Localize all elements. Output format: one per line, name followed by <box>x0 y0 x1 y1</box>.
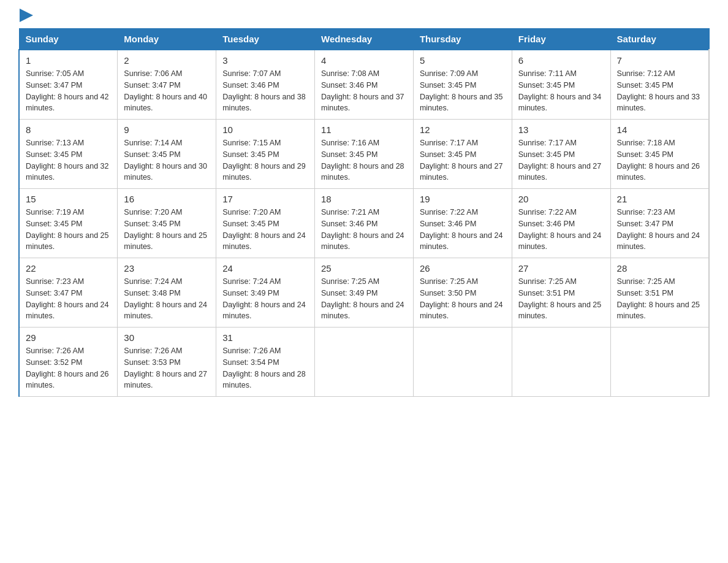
day-info: Sunrise: 7:23 AMSunset: 3:47 PMDaylight:… <box>26 277 109 320</box>
calendar-cell <box>610 327 709 397</box>
day-number: 10 <box>222 124 308 135</box>
calendar-cell: 31 Sunrise: 7:26 AMSunset: 3:54 PMDaylig… <box>216 327 315 397</box>
calendar-week-row: 29 Sunrise: 7:26 AMSunset: 3:52 PMDaylig… <box>19 327 709 397</box>
calendar-cell: 26 Sunrise: 7:25 AMSunset: 3:50 PMDaylig… <box>413 258 512 327</box>
day-info: Sunrise: 7:22 AMSunset: 3:46 PMDaylight:… <box>518 208 602 251</box>
day-number: 19 <box>420 194 506 204</box>
calendar-cell: 24 Sunrise: 7:24 AMSunset: 3:49 PMDaylig… <box>216 258 315 327</box>
calendar-cell: 23 Sunrise: 7:24 AMSunset: 3:48 PMDaylig… <box>118 258 216 327</box>
calendar-week-row: 15 Sunrise: 7:19 AMSunset: 3:45 PMDaylig… <box>19 189 709 258</box>
calendar-cell: 7 Sunrise: 7:12 AMSunset: 3:45 PMDayligh… <box>610 50 709 120</box>
calendar-cell: 16 Sunrise: 7:20 AMSunset: 3:45 PMDaylig… <box>118 189 216 258</box>
day-info: Sunrise: 7:25 AMSunset: 3:51 PMDaylight:… <box>617 277 700 320</box>
day-info: Sunrise: 7:17 AMSunset: 3:45 PMDaylight:… <box>420 139 503 182</box>
day-info: Sunrise: 7:24 AMSunset: 3:48 PMDaylight:… <box>124 277 207 320</box>
calendar-cell: 30 Sunrise: 7:26 AMSunset: 3:53 PMDaylig… <box>118 327 216 397</box>
calendar-cell: 11 Sunrise: 7:16 AMSunset: 3:45 PMDaylig… <box>315 120 414 189</box>
calendar-cell: 14 Sunrise: 7:18 AMSunset: 3:45 PMDaylig… <box>610 120 709 189</box>
logo-arrow-icon <box>20 9 33 22</box>
day-number: 22 <box>26 263 111 274</box>
day-number: 9 <box>124 124 210 135</box>
calendar-cell: 28 Sunrise: 7:25 AMSunset: 3:51 PMDaylig… <box>610 258 709 327</box>
calendar-cell: 12 Sunrise: 7:17 AMSunset: 3:45 PMDaylig… <box>413 120 512 189</box>
day-number: 28 <box>617 263 702 274</box>
day-info: Sunrise: 7:16 AMSunset: 3:45 PMDaylight:… <box>321 139 404 182</box>
calendar-cell: 29 Sunrise: 7:26 AMSunset: 3:52 PMDaylig… <box>19 327 118 397</box>
day-number: 3 <box>222 55 308 66</box>
calendar-cell: 3 Sunrise: 7:07 AMSunset: 3:46 PMDayligh… <box>216 50 315 120</box>
day-number: 11 <box>321 124 407 135</box>
day-number: 21 <box>617 194 702 204</box>
calendar-cell: 18 Sunrise: 7:21 AMSunset: 3:46 PMDaylig… <box>315 189 414 258</box>
calendar-cell: 13 Sunrise: 7:17 AMSunset: 3:45 PMDaylig… <box>512 120 610 189</box>
day-number: 26 <box>420 263 506 274</box>
day-info: Sunrise: 7:08 AMSunset: 3:46 PMDaylight:… <box>321 69 404 112</box>
calendar-cell: 15 Sunrise: 7:19 AMSunset: 3:45 PMDaylig… <box>19 189 118 258</box>
calendar-cell: 25 Sunrise: 7:25 AMSunset: 3:49 PMDaylig… <box>315 258 414 327</box>
calendar-cell: 21 Sunrise: 7:23 AMSunset: 3:47 PMDaylig… <box>610 189 709 258</box>
day-number: 30 <box>124 332 210 343</box>
calendar-table: SundayMondayTuesdayWednesdayThursdayFrid… <box>18 28 710 397</box>
calendar-week-row: 22 Sunrise: 7:23 AMSunset: 3:47 PMDaylig… <box>19 258 709 327</box>
day-info: Sunrise: 7:22 AMSunset: 3:46 PMDaylight:… <box>420 208 503 251</box>
day-info: Sunrise: 7:06 AMSunset: 3:47 PMDaylight:… <box>124 69 207 112</box>
day-info: Sunrise: 7:09 AMSunset: 3:45 PMDaylight:… <box>420 69 503 112</box>
calendar-cell: 4 Sunrise: 7:08 AMSunset: 3:46 PMDayligh… <box>315 50 414 120</box>
day-number: 7 <box>617 55 702 66</box>
logo <box>18 12 33 22</box>
day-info: Sunrise: 7:15 AMSunset: 3:45 PMDaylight:… <box>222 139 306 182</box>
day-number: 29 <box>26 332 111 343</box>
calendar-week-row: 8 Sunrise: 7:13 AMSunset: 3:45 PMDayligh… <box>19 120 709 189</box>
day-number: 1 <box>26 55 111 66</box>
calendar-cell: 9 Sunrise: 7:14 AMSunset: 3:45 PMDayligh… <box>118 120 216 189</box>
day-info: Sunrise: 7:11 AMSunset: 3:45 PMDaylight:… <box>518 69 602 112</box>
calendar-cell: 10 Sunrise: 7:15 AMSunset: 3:45 PMDaylig… <box>216 120 315 189</box>
day-number: 15 <box>26 194 111 204</box>
calendar-cell: 6 Sunrise: 7:11 AMSunset: 3:45 PMDayligh… <box>512 50 610 120</box>
day-number: 17 <box>222 194 308 204</box>
day-info: Sunrise: 7:13 AMSunset: 3:45 PMDaylight:… <box>26 139 109 182</box>
day-info: Sunrise: 7:05 AMSunset: 3:47 PMDaylight:… <box>26 69 109 112</box>
day-info: Sunrise: 7:20 AMSunset: 3:45 PMDaylight:… <box>124 208 207 251</box>
day-info: Sunrise: 7:26 AMSunset: 3:54 PMDaylight:… <box>222 347 306 389</box>
day-number: 14 <box>617 124 702 135</box>
day-info: Sunrise: 7:17 AMSunset: 3:45 PMDaylight:… <box>518 139 602 182</box>
day-number: 23 <box>124 263 210 274</box>
day-info: Sunrise: 7:24 AMSunset: 3:49 PMDaylight:… <box>222 277 306 320</box>
calendar-cell <box>315 327 414 397</box>
day-number: 24 <box>222 263 308 274</box>
day-info: Sunrise: 7:07 AMSunset: 3:46 PMDaylight:… <box>222 69 306 112</box>
header-day-monday: Monday <box>118 29 216 50</box>
day-number: 25 <box>321 263 407 274</box>
day-number: 20 <box>518 194 604 204</box>
day-number: 6 <box>518 55 604 66</box>
calendar-cell: 8 Sunrise: 7:13 AMSunset: 3:45 PMDayligh… <box>19 120 118 189</box>
day-info: Sunrise: 7:25 AMSunset: 3:50 PMDaylight:… <box>420 277 503 320</box>
calendar-week-row: 1 Sunrise: 7:05 AMSunset: 3:47 PMDayligh… <box>19 50 709 120</box>
day-info: Sunrise: 7:26 AMSunset: 3:53 PMDaylight:… <box>124 347 207 389</box>
calendar-cell: 19 Sunrise: 7:22 AMSunset: 3:46 PMDaylig… <box>413 189 512 258</box>
header-day-saturday: Saturday <box>610 29 709 50</box>
day-info: Sunrise: 7:12 AMSunset: 3:45 PMDaylight:… <box>617 69 700 112</box>
calendar-cell: 2 Sunrise: 7:06 AMSunset: 3:47 PMDayligh… <box>118 50 216 120</box>
day-info: Sunrise: 7:21 AMSunset: 3:46 PMDaylight:… <box>321 208 404 251</box>
header-day-sunday: Sunday <box>19 29 118 50</box>
calendar-cell: 20 Sunrise: 7:22 AMSunset: 3:46 PMDaylig… <box>512 189 610 258</box>
day-info: Sunrise: 7:23 AMSunset: 3:47 PMDaylight:… <box>617 208 700 251</box>
calendar-cell: 17 Sunrise: 7:20 AMSunset: 3:45 PMDaylig… <box>216 189 315 258</box>
day-info: Sunrise: 7:14 AMSunset: 3:45 PMDaylight:… <box>124 139 207 182</box>
header-day-wednesday: Wednesday <box>315 29 414 50</box>
day-number: 18 <box>321 194 407 204</box>
day-number: 4 <box>321 55 407 66</box>
day-number: 16 <box>124 194 210 204</box>
day-info: Sunrise: 7:25 AMSunset: 3:51 PMDaylight:… <box>518 277 602 320</box>
header-day-friday: Friday <box>512 29 610 50</box>
calendar-cell: 22 Sunrise: 7:23 AMSunset: 3:47 PMDaylig… <box>19 258 118 327</box>
calendar-cell <box>413 327 512 397</box>
day-number: 2 <box>124 55 210 66</box>
header-day-thursday: Thursday <box>413 29 512 50</box>
day-info: Sunrise: 7:19 AMSunset: 3:45 PMDaylight:… <box>26 208 109 251</box>
day-info: Sunrise: 7:26 AMSunset: 3:52 PMDaylight:… <box>26 347 109 389</box>
day-number: 13 <box>518 124 604 135</box>
day-info: Sunrise: 7:25 AMSunset: 3:49 PMDaylight:… <box>321 277 404 320</box>
